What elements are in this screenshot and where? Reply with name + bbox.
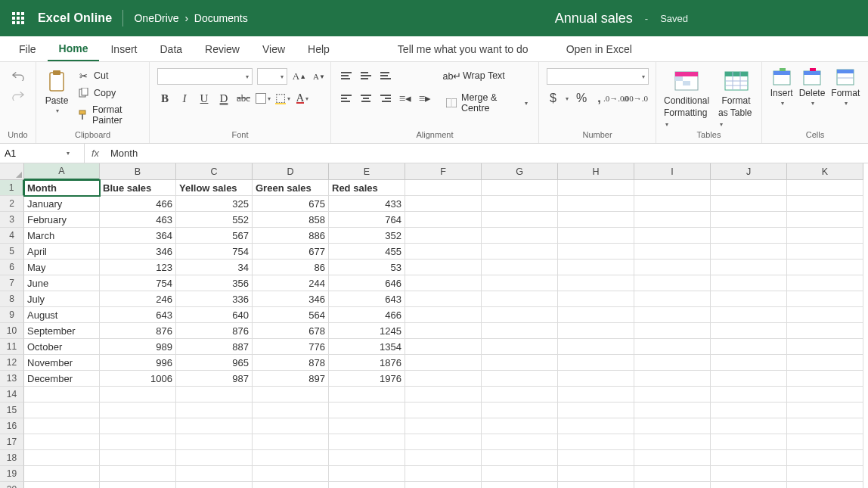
name-box[interactable]: ▾ [0, 144, 85, 163]
cell-E9[interactable]: 466 [329, 307, 405, 323]
cell-C9[interactable]: 640 [176, 307, 253, 323]
cell-D5[interactable]: 677 [253, 244, 329, 260]
cell-D16[interactable] [253, 418, 329, 434]
row-header-1[interactable]: 1 [0, 180, 24, 196]
cell-A9[interactable]: August [24, 307, 100, 323]
cell-H15[interactable] [558, 403, 634, 418]
cell-E17[interactable] [329, 434, 405, 450]
cell-I20[interactable] [634, 482, 711, 488]
breadcrumb[interactable]: OneDrive › Documents [134, 12, 247, 24]
chevron-down-icon[interactable]: ▾ [67, 150, 70, 157]
cell-H16[interactable] [558, 418, 634, 434]
cell-F1[interactable] [405, 180, 482, 196]
cell-C15[interactable] [176, 403, 253, 418]
number-format-combo[interactable]: ▾ [547, 68, 649, 85]
cell-J7[interactable] [711, 275, 787, 291]
breadcrumb-folder[interactable]: Documents [194, 12, 248, 24]
row-header-14[interactable]: 14 [0, 387, 24, 403]
cell-C1[interactable]: Yellow sales [176, 180, 253, 196]
cell-D10[interactable]: 678 [253, 323, 329, 339]
cell-G12[interactable] [482, 355, 558, 371]
cell-J10[interactable] [711, 323, 787, 339]
row-header-11[interactable]: 11 [0, 339, 24, 355]
shrink-font-button[interactable]: A▼ [312, 69, 327, 84]
cell-H10[interactable] [558, 323, 634, 339]
cell-B9[interactable]: 643 [100, 307, 176, 323]
cell-J8[interactable] [711, 291, 787, 307]
cell-J14[interactable] [711, 387, 787, 403]
cell-J12[interactable] [711, 355, 787, 371]
cell-J20[interactable] [711, 482, 787, 488]
cell-A6[interactable]: May [24, 260, 100, 275]
row-header-7[interactable]: 7 [0, 275, 24, 291]
cell-H13[interactable] [558, 371, 634, 387]
cell-F9[interactable] [405, 307, 482, 323]
cell-F5[interactable] [405, 244, 482, 260]
column-header-G[interactable]: G [482, 163, 558, 180]
row-header-8[interactable]: 8 [0, 291, 24, 307]
cell-A20[interactable] [24, 482, 100, 488]
cell-B6[interactable]: 123 [100, 260, 176, 275]
italic-button[interactable]: I [177, 91, 192, 106]
cell-D18[interactable] [253, 450, 329, 466]
cell-K3[interactable] [787, 212, 863, 228]
cell-E20[interactable] [329, 482, 405, 488]
cell-G18[interactable] [482, 450, 558, 466]
cell-F20[interactable] [405, 482, 482, 488]
cell-G17[interactable] [482, 434, 558, 450]
cell-E1[interactable]: Red sales [329, 180, 405, 196]
column-header-C[interactable]: C [176, 163, 253, 180]
cell-I15[interactable] [634, 403, 711, 418]
cell-F8[interactable] [405, 291, 482, 307]
cell-J5[interactable] [711, 244, 787, 260]
cell-A1[interactable]: Month [24, 180, 100, 196]
cell-A12[interactable]: November [24, 355, 100, 371]
cell-E10[interactable]: 1245 [329, 323, 405, 339]
cell-I14[interactable] [634, 387, 711, 403]
cell-B5[interactable]: 346 [100, 244, 176, 260]
cell-I12[interactable] [634, 355, 711, 371]
cell-D9[interactable]: 564 [253, 307, 329, 323]
row-header-15[interactable]: 15 [0, 403, 24, 418]
cell-A5[interactable]: April [24, 244, 100, 260]
cell-H14[interactable] [558, 387, 634, 403]
cell-G4[interactable] [482, 228, 558, 244]
formula-input[interactable]: Month [106, 148, 868, 159]
cell-H3[interactable] [558, 212, 634, 228]
row-header-3[interactable]: 3 [0, 212, 24, 228]
cell-I19[interactable] [634, 466, 711, 482]
cell-H1[interactable] [558, 180, 634, 196]
cell-I3[interactable] [634, 212, 711, 228]
cell-A15[interactable] [24, 403, 100, 418]
cell-I13[interactable] [634, 371, 711, 387]
bold-button[interactable]: B [157, 91, 172, 106]
cell-F10[interactable] [405, 323, 482, 339]
cell-I10[interactable] [634, 323, 711, 339]
cell-A17[interactable] [24, 434, 100, 450]
cell-A4[interactable]: March [24, 228, 100, 244]
row-header-16[interactable]: 16 [0, 418, 24, 434]
borders-button[interactable]: ▾ [256, 91, 271, 106]
format-cells-button[interactable]: Format▾ [831, 68, 860, 107]
cell-C4[interactable]: 567 [176, 228, 253, 244]
cell-F11[interactable] [405, 339, 482, 355]
row-header-9[interactable]: 9 [0, 307, 24, 323]
column-header-A[interactable]: A [24, 163, 100, 180]
cell-G5[interactable] [482, 244, 558, 260]
app-launcher-icon[interactable] [6, 6, 30, 30]
cell-K13[interactable] [787, 371, 863, 387]
select-all-corner[interactable] [0, 163, 24, 180]
column-header-B[interactable]: B [100, 163, 176, 180]
cell-G10[interactable] [482, 323, 558, 339]
cell-B17[interactable] [100, 434, 176, 450]
cell-C20[interactable] [176, 482, 253, 488]
cell-K5[interactable] [787, 244, 863, 260]
decrease-indent-button[interactable]: ≡◂ [398, 91, 413, 106]
row-header-6[interactable]: 6 [0, 260, 24, 275]
cell-C7[interactable]: 356 [176, 275, 253, 291]
cell-B15[interactable] [100, 403, 176, 418]
cell-H17[interactable] [558, 434, 634, 450]
cell-G8[interactable] [482, 291, 558, 307]
cell-C11[interactable]: 887 [176, 339, 253, 355]
cell-C3[interactable]: 552 [176, 212, 253, 228]
